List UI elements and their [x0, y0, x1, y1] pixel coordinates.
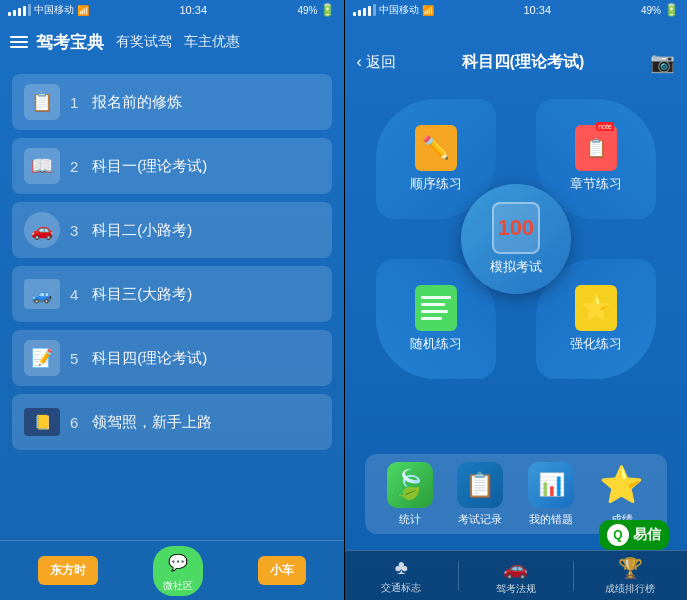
menu-icon-5: 📝	[24, 340, 60, 376]
menu-label-3: 科目二(小路考)	[92, 221, 192, 240]
carrier-text: 中国移动	[34, 3, 74, 17]
nav-link-2[interactable]: 车主优惠	[184, 33, 240, 51]
zhanjie-icon: note 📋	[575, 125, 617, 171]
cuoti-label: 我的错题	[529, 512, 573, 527]
right-battery-icon: 🔋	[664, 3, 679, 17]
left-status-bar: 中国移动 📶 10:34 49% 🔋	[0, 0, 344, 20]
menu-item-2[interactable]: 📖 2 科目一(理论考试)	[12, 138, 332, 194]
petal-container: ✏️ 顺序练习 note 📋 章节练习 100 模拟考试	[376, 99, 656, 379]
left-panel: 中国移动 📶 10:34 49% 🔋 驾考宝典 有奖试驾 车主优惠 📋 1 报名…	[0, 0, 344, 600]
jiaotong-icon: ♣	[395, 556, 408, 579]
right-signal-bars	[353, 4, 376, 16]
paihang-label: 成绩排行榜	[605, 582, 655, 596]
nav-link-1[interactable]: 有奖试驾	[116, 33, 172, 51]
suiji-icon	[415, 285, 457, 331]
moni-icon: 100	[492, 202, 540, 254]
left-time: 10:34	[179, 4, 207, 16]
suiji-label: 随机练习	[410, 335, 462, 353]
battery-text: 49%	[297, 5, 317, 16]
kaoshi-label: 考试记录	[458, 512, 502, 527]
right-battery-text: 49%	[641, 5, 661, 16]
qianghua-label: 强化练习	[570, 335, 622, 353]
right-time: 10:34	[523, 4, 551, 16]
mini-app-cuoti[interactable]: 📊 我的错题	[528, 462, 574, 527]
menu-item-4[interactable]: 🚙 4 科目三(大路考)	[12, 266, 332, 322]
app-title: 驾考宝典	[36, 31, 104, 54]
menu-item-5[interactable]: 📝 5 科目四(理论考试)	[12, 330, 332, 386]
menu-icon-3: 🚗	[24, 212, 60, 248]
left-battery: 49% 🔋	[297, 3, 335, 17]
tab-jiakao[interactable]: 🚗 驾考法规	[459, 556, 573, 596]
chengji-icon: ⭐	[599, 462, 645, 508]
menu-label-5: 科目四(理论考试)	[92, 349, 207, 368]
menu-item-1[interactable]: 📋 1 报名前的修炼	[12, 74, 332, 130]
flower-grid: ✏️ 顺序练习 note 📋 章节练习 100 模拟考试	[345, 84, 688, 454]
menu-label-6: 领驾照，新手上路	[92, 413, 212, 432]
tongji-icon: 🍃	[387, 462, 433, 508]
right-nav: ‹ 返回 科目四(理论考试) 📷	[345, 20, 688, 84]
menu-num-1: 1	[70, 94, 78, 111]
menu-num-4: 4	[70, 286, 78, 303]
right-nav-title: 科目四(理论考试)	[462, 52, 585, 73]
left-carrier: 中国移动 📶	[8, 3, 89, 17]
kaoshi-icon: 📋	[457, 462, 503, 508]
jiaotong-label: 交通标志	[381, 581, 421, 595]
shunxu-icon: ✏️	[415, 125, 457, 171]
right-carrier: 中国移动 📶	[353, 3, 434, 17]
signal-bars	[8, 4, 31, 16]
back-arrow-icon: ‹	[357, 53, 362, 71]
mini-app-kaoshi[interactable]: 📋 考试记录	[457, 462, 503, 527]
menu-label-2: 科目一(理论考试)	[92, 157, 207, 176]
petal-moni[interactable]: 100 模拟考试	[461, 184, 571, 294]
yixin-icon: Q	[607, 524, 629, 546]
right-status-bar: 中国移动 📶 10:34 49% 🔋	[345, 0, 688, 20]
cuoti-icon: 📊	[528, 462, 574, 508]
moni-label: 模拟考试	[490, 258, 542, 276]
menu-num-6: 6	[70, 414, 78, 431]
menu-num-3: 3	[70, 222, 78, 239]
tongji-label: 统计	[399, 512, 421, 527]
tab-paihang[interactable]: 🏆 成绩排行榜	[574, 556, 688, 596]
back-button[interactable]: ‹ 返回	[357, 53, 396, 72]
btn-weishequ-label: 微社区	[163, 579, 193, 593]
nav-title-group: 驾考宝典 有奖试驾 车主优惠	[36, 31, 334, 54]
shunxu-label: 顺序练习	[410, 175, 462, 193]
camera-icon[interactable]: 📷	[650, 50, 675, 74]
wifi-icon: 📶	[77, 5, 89, 16]
menu-item-3[interactable]: 🚗 3 科目二(小路考)	[12, 202, 332, 258]
mini-app-tongji[interactable]: 🍃 统计	[387, 462, 433, 527]
menu-icon-4: 🚙	[24, 276, 60, 312]
right-tab-bar: ♣ 交通标志 🚗 驾考法规 🏆 成绩排行榜	[345, 550, 688, 600]
right-wifi-icon: 📶	[422, 5, 434, 16]
tab-jiaotong[interactable]: ♣ 交通标志	[345, 556, 459, 595]
jiakao-label: 驾考法规	[496, 582, 536, 596]
mini-app-chengji[interactable]: ⭐ 成绩	[599, 462, 645, 527]
menu-icon-2: 📖	[24, 148, 60, 184]
zhanjie-label: 章节练习	[570, 175, 622, 193]
btn-dongfang[interactable]: 东方时	[38, 556, 98, 585]
yixin-badge[interactable]: Q 易信	[599, 520, 669, 550]
menu-num-2: 2	[70, 158, 78, 175]
menu-label-4: 科目三(大路考)	[92, 285, 192, 304]
btn-car[interactable]: 小车	[258, 556, 306, 585]
battery-icon: 🔋	[320, 3, 335, 17]
right-battery: 49% 🔋	[641, 3, 679, 17]
right-carrier-text: 中国移动	[379, 3, 419, 17]
mini-apps-wrapper: 🍃 统计 📋 考试记录 📊 我的错题 ⭐ 成绩	[355, 454, 678, 542]
back-label: 返回	[366, 53, 396, 72]
menu-icon-1: 📋	[24, 84, 60, 120]
yixin-label: 易信	[633, 526, 661, 544]
qianghua-icon: ⭐	[575, 285, 617, 331]
menu-num-5: 5	[70, 350, 78, 367]
left-bottom-bar: 东方时 💬 微社区 小车	[0, 540, 344, 600]
jiakao-icon: 🚗	[503, 556, 528, 580]
menu-label-1: 报名前的修炼	[92, 93, 182, 112]
hamburger-button[interactable]	[10, 36, 28, 48]
weishequ-icon: 💬	[164, 549, 192, 577]
btn-weishequ[interactable]: 💬 微社区	[153, 546, 203, 596]
menu-list: 📋 1 报名前的修炼 📖 2 科目一(理论考试) 🚗 3 科目二(小路考) 🚙 …	[0, 64, 344, 540]
paihang-icon: 🏆	[618, 556, 643, 580]
left-top-nav: 驾考宝典 有奖试驾 车主优惠	[0, 20, 344, 64]
menu-item-6[interactable]: 📒 6 领驾照，新手上路	[12, 394, 332, 450]
right-panel: 中国移动 📶 10:34 49% 🔋 ‹ 返回 科目四(理论考试) 📷 ✏️ 顺…	[345, 0, 688, 600]
